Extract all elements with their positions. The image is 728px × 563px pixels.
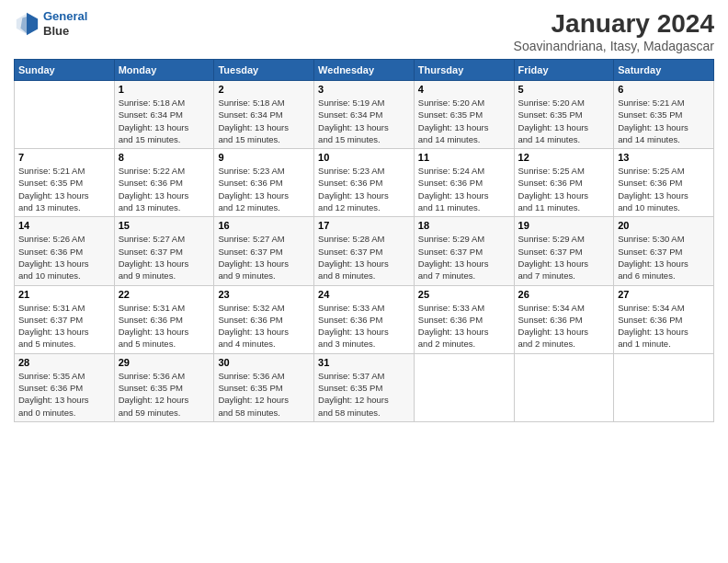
calendar-cell: 13Sunrise: 5:25 AMSunset: 6:36 PMDayligh… [614, 149, 714, 217]
calendar-cell: 20Sunrise: 5:30 AMSunset: 6:37 PMDayligh… [614, 217, 714, 285]
week-row-4: 21Sunrise: 5:31 AMSunset: 6:37 PMDayligh… [15, 285, 714, 353]
calendar-cell [514, 353, 614, 421]
calendar-cell: 31Sunrise: 5:37 AMSunset: 6:35 PMDayligh… [314, 353, 415, 421]
day-info: Sunrise: 5:31 AMSunset: 6:37 PMDaylight:… [18, 302, 110, 350]
calendar-cell: 19Sunrise: 5:29 AMSunset: 6:37 PMDayligh… [514, 217, 614, 285]
day-info: Sunrise: 5:25 AMSunset: 6:36 PMDaylight:… [618, 165, 710, 213]
day-info: Sunrise: 5:35 AMSunset: 6:36 PMDaylight:… [18, 370, 110, 419]
day-number: 31 [318, 357, 410, 368]
calendar-cell: 2Sunrise: 5:18 AMSunset: 6:34 PMDaylight… [214, 81, 314, 149]
calendar-cell: 14Sunrise: 5:26 AMSunset: 6:36 PMDayligh… [15, 217, 115, 285]
week-row-3: 14Sunrise: 5:26 AMSunset: 6:36 PMDayligh… [15, 217, 714, 285]
day-number: 25 [418, 289, 510, 300]
calendar-cell: 15Sunrise: 5:27 AMSunset: 6:37 PMDayligh… [114, 217, 214, 285]
week-row-2: 7Sunrise: 5:21 AMSunset: 6:35 PMDaylight… [15, 149, 714, 217]
calendar-cell: 11Sunrise: 5:24 AMSunset: 6:36 PMDayligh… [414, 149, 514, 217]
day-number: 6 [618, 84, 710, 95]
day-number: 22 [119, 289, 210, 300]
day-info: Sunrise: 5:19 AMSunset: 6:34 PMDaylight:… [318, 97, 410, 145]
calendar-cell: 26Sunrise: 5:34 AMSunset: 6:36 PMDayligh… [514, 285, 614, 353]
day-info: Sunrise: 5:23 AMSunset: 6:36 PMDaylight:… [218, 165, 310, 213]
day-number: 12 [518, 152, 610, 163]
main-title: January 2024 [514, 9, 714, 39]
weekday-header-row: SundayMondayTuesdayWednesdayThursdayFrid… [15, 60, 714, 81]
calendar-cell: 25Sunrise: 5:33 AMSunset: 6:36 PMDayligh… [414, 285, 514, 353]
logo: General Blue [14, 9, 87, 38]
week-row-5: 28Sunrise: 5:35 AMSunset: 6:36 PMDayligh… [15, 353, 714, 421]
page-container: General Blue January 2024 Soavinandriana… [0, 0, 728, 431]
day-number: 10 [318, 152, 410, 163]
day-number: 24 [318, 289, 410, 300]
day-info: Sunrise: 5:30 AMSunset: 6:37 PMDaylight:… [618, 233, 710, 282]
day-info: Sunrise: 5:21 AMSunset: 6:35 PMDaylight:… [18, 165, 110, 213]
day-number: 14 [18, 220, 110, 231]
calendar-cell: 22Sunrise: 5:31 AMSunset: 6:36 PMDayligh… [114, 285, 214, 353]
logo-text: General Blue [43, 9, 87, 38]
day-info: Sunrise: 5:27 AMSunset: 6:37 PMDaylight:… [218, 233, 310, 282]
day-info: Sunrise: 5:20 AMSunset: 6:35 PMDaylight:… [418, 97, 510, 145]
day-number: 7 [18, 152, 110, 163]
day-number: 29 [119, 357, 210, 368]
calendar-cell: 18Sunrise: 5:29 AMSunset: 6:37 PMDayligh… [414, 217, 514, 285]
day-number: 4 [418, 84, 510, 95]
header: General Blue January 2024 Soavinandriana… [14, 9, 714, 53]
day-number: 15 [119, 220, 210, 231]
day-number: 23 [218, 289, 310, 300]
day-number: 21 [18, 289, 110, 300]
day-info: Sunrise: 5:33 AMSunset: 6:36 PMDaylight:… [318, 302, 410, 350]
day-info: Sunrise: 5:23 AMSunset: 6:36 PMDaylight:… [318, 165, 410, 213]
day-info: Sunrise: 5:18 AMSunset: 6:34 PMDaylight:… [119, 97, 210, 145]
day-info: Sunrise: 5:33 AMSunset: 6:36 PMDaylight:… [418, 302, 510, 350]
weekday-header-friday: Friday [514, 60, 614, 81]
day-number: 8 [119, 152, 210, 163]
weekday-header-thursday: Thursday [414, 60, 514, 81]
calendar-cell: 8Sunrise: 5:22 AMSunset: 6:36 PMDaylight… [114, 149, 214, 217]
day-number: 19 [518, 220, 610, 231]
day-number: 20 [618, 220, 710, 231]
calendar-cell: 6Sunrise: 5:21 AMSunset: 6:35 PMDaylight… [614, 81, 714, 149]
day-info: Sunrise: 5:36 AMSunset: 6:35 PMDaylight:… [218, 370, 310, 419]
day-number: 27 [618, 289, 710, 300]
title-block: January 2024 Soavinandriana, Itasy, Mada… [514, 9, 714, 53]
day-info: Sunrise: 5:31 AMSunset: 6:36 PMDaylight:… [119, 302, 210, 350]
calendar-cell [614, 353, 714, 421]
calendar-cell: 9Sunrise: 5:23 AMSunset: 6:36 PMDaylight… [214, 149, 314, 217]
day-number: 17 [318, 220, 410, 231]
day-number: 11 [418, 152, 510, 163]
day-info: Sunrise: 5:29 AMSunset: 6:37 PMDaylight:… [518, 233, 610, 282]
day-number: 28 [18, 357, 110, 368]
day-info: Sunrise: 5:36 AMSunset: 6:35 PMDaylight:… [119, 370, 210, 419]
day-info: Sunrise: 5:20 AMSunset: 6:35 PMDaylight:… [518, 97, 610, 145]
day-info: Sunrise: 5:34 AMSunset: 6:36 PMDaylight:… [518, 302, 610, 350]
day-info: Sunrise: 5:25 AMSunset: 6:36 PMDaylight:… [518, 165, 610, 213]
weekday-header-wednesday: Wednesday [314, 60, 415, 81]
day-info: Sunrise: 5:34 AMSunset: 6:36 PMDaylight:… [618, 302, 710, 350]
week-row-1: 1Sunrise: 5:18 AMSunset: 6:34 PMDaylight… [15, 81, 714, 149]
calendar-cell [414, 353, 514, 421]
weekday-header-sunday: Sunday [15, 60, 115, 81]
day-info: Sunrise: 5:27 AMSunset: 6:37 PMDaylight:… [119, 233, 210, 282]
day-number: 30 [218, 357, 310, 368]
calendar-cell: 24Sunrise: 5:33 AMSunset: 6:36 PMDayligh… [314, 285, 415, 353]
calendar-cell: 1Sunrise: 5:18 AMSunset: 6:34 PMDaylight… [114, 81, 214, 149]
weekday-header-monday: Monday [114, 60, 214, 81]
day-number: 16 [218, 220, 310, 231]
day-number: 18 [418, 220, 510, 231]
day-info: Sunrise: 5:26 AMSunset: 6:36 PMDaylight:… [18, 233, 110, 282]
day-number: 3 [318, 84, 410, 95]
day-info: Sunrise: 5:29 AMSunset: 6:37 PMDaylight:… [418, 233, 510, 282]
calendar-cell: 23Sunrise: 5:32 AMSunset: 6:36 PMDayligh… [214, 285, 314, 353]
weekday-header-saturday: Saturday [614, 60, 714, 81]
calendar-cell: 4Sunrise: 5:20 AMSunset: 6:35 PMDaylight… [414, 81, 514, 149]
calendar-cell: 12Sunrise: 5:25 AMSunset: 6:36 PMDayligh… [514, 149, 614, 217]
calendar-cell: 27Sunrise: 5:34 AMSunset: 6:36 PMDayligh… [614, 285, 714, 353]
day-info: Sunrise: 5:24 AMSunset: 6:36 PMDaylight:… [418, 165, 510, 213]
calendar-cell: 21Sunrise: 5:31 AMSunset: 6:37 PMDayligh… [15, 285, 115, 353]
calendar-table: SundayMondayTuesdayWednesdayThursdayFrid… [14, 59, 714, 422]
day-number: 26 [518, 289, 610, 300]
calendar-cell: 10Sunrise: 5:23 AMSunset: 6:36 PMDayligh… [314, 149, 415, 217]
day-number: 5 [518, 84, 610, 95]
day-info: Sunrise: 5:21 AMSunset: 6:35 PMDaylight:… [618, 97, 710, 145]
day-number: 1 [119, 84, 210, 95]
day-number: 2 [218, 84, 310, 95]
